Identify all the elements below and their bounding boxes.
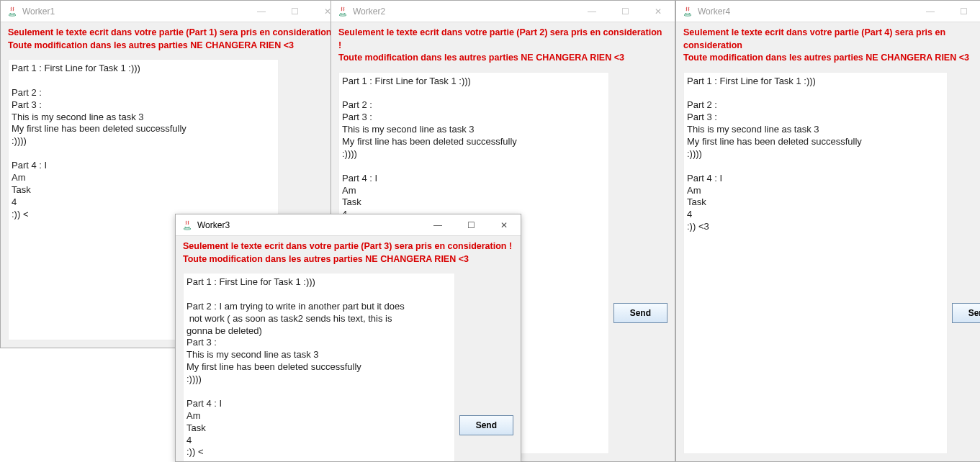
send-button[interactable]: Send xyxy=(459,415,513,435)
maximize-button[interactable]: ☐ xyxy=(947,1,980,22)
warning-line2: Toute modification dans les autres parti… xyxy=(338,52,667,65)
warning-text: Seulement le texte ecrit dans votre part… xyxy=(338,27,667,65)
maximize-button[interactable]: ☐ xyxy=(454,214,487,235)
warning-line1: Seulement le texte ecrit dans votre part… xyxy=(8,27,337,40)
java-icon xyxy=(6,6,18,17)
text-area[interactable]: Part 1 : First Line for Task 1 :))) Part… xyxy=(683,72,948,455)
window-title: Worker4 xyxy=(698,6,914,17)
window-controls: — ☐ ✕ xyxy=(914,1,980,22)
java-icon xyxy=(181,219,193,231)
warning-text: Seulement le texte ecrit dans votre part… xyxy=(8,27,337,52)
svg-point-3 xyxy=(184,227,191,229)
maximize-button[interactable]: ☐ xyxy=(278,1,311,22)
text-area[interactable]: Part 1 : First Line for Task 1 :))) Part… xyxy=(183,273,455,461)
window-title: Worker1 xyxy=(22,6,245,17)
titlebar[interactable]: Worker3 — ☐ ✕ xyxy=(176,214,521,236)
warning-line1: Seulement le texte ecrit dans votre part… xyxy=(183,240,513,253)
titlebar[interactable]: Worker4 — ☐ ✕ xyxy=(676,1,980,22)
warning-text: Seulement le texte ecrit dans votre part… xyxy=(183,240,513,266)
window-title: Worker3 xyxy=(197,220,421,230)
minimize-button[interactable]: — xyxy=(245,1,278,22)
window-controls: — ☐ ✕ xyxy=(575,1,675,22)
warning-line1: Seulement le texte ecrit dans votre part… xyxy=(683,27,980,52)
minimize-button[interactable]: — xyxy=(914,1,947,22)
minimize-button[interactable]: — xyxy=(575,1,608,22)
java-icon xyxy=(337,6,349,17)
window-worker4: Worker4 — ☐ ✕ Seulement le texte ecrit d… xyxy=(675,0,980,462)
titlebar[interactable]: Worker1 — ☐ ✕ xyxy=(1,1,344,22)
svg-point-2 xyxy=(684,14,691,15)
warning-line2: Toute modification dans les autres parti… xyxy=(183,253,513,266)
svg-point-0 xyxy=(9,14,16,15)
svg-point-1 xyxy=(339,14,346,15)
warning-line1: Seulement le texte ecrit dans votre part… xyxy=(338,27,667,52)
minimize-button[interactable]: — xyxy=(421,214,454,235)
warning-line2: Toute modification dans les autres parti… xyxy=(683,52,980,65)
window-title: Worker2 xyxy=(353,6,575,17)
maximize-button[interactable]: ☐ xyxy=(608,1,642,22)
close-button[interactable]: ✕ xyxy=(487,214,521,235)
send-button[interactable]: Send xyxy=(952,303,980,323)
content-row: Part 1 : First Line for Task 1 :))) Part… xyxy=(183,273,513,461)
titlebar[interactable]: Worker2 — ☐ ✕ xyxy=(331,1,675,22)
java-icon xyxy=(682,6,693,17)
content-row: Part 1 : First Line for Task 1 :))) Part… xyxy=(683,72,980,455)
send-button[interactable]: Send xyxy=(613,303,667,323)
warning-text: Seulement le texte ecrit dans votre part… xyxy=(683,27,980,65)
warning-line2: Toute modification dans les autres parti… xyxy=(8,40,337,53)
window-worker3: Worker3 — ☐ ✕ Seulement le texte ecrit d… xyxy=(175,214,521,462)
close-button[interactable]: ✕ xyxy=(642,1,675,22)
window-body: Seulement le texte ecrit dans votre part… xyxy=(676,22,980,461)
window-body: Seulement le texte ecrit dans votre part… xyxy=(176,236,521,461)
window-controls: — ☐ ✕ xyxy=(245,1,344,22)
window-controls: — ☐ ✕ xyxy=(421,214,521,235)
